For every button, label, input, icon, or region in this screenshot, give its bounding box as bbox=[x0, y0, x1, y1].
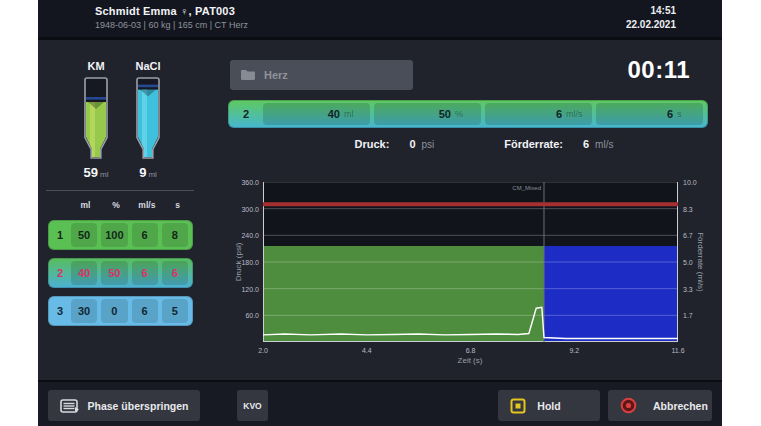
tick-label: 120.0 bbox=[241, 285, 259, 292]
clock-date: 22.02.2021 bbox=[626, 19, 676, 30]
tick-label: 60.0 bbox=[245, 312, 259, 319]
phase-row-2-active[interactable]: 2 40 50 6 6 bbox=[48, 258, 193, 288]
injection-panel: Herz 00:11 2 40ml 50% 6ml/s 6s Druck: 0 … bbox=[228, 40, 710, 380]
skip-phase-icon bbox=[60, 399, 80, 413]
phase-ml: 40 bbox=[71, 261, 97, 285]
col-header-ml: ml bbox=[70, 200, 101, 210]
patient-name: Schmidt Emma ♀, PAT003 bbox=[95, 5, 248, 17]
phase-ml: 30 bbox=[71, 299, 97, 323]
tick-label: 11.6 bbox=[671, 347, 684, 354]
phase-rate: 6 bbox=[132, 223, 158, 247]
flowrate-value: 6 bbox=[583, 138, 589, 150]
supply-panel: KM 59ml NaCl bbox=[38, 40, 228, 380]
skip-phase-label: Phase überspringen bbox=[88, 400, 189, 412]
col-header-sec: s bbox=[162, 200, 193, 210]
phase-sec: 5 bbox=[162, 299, 188, 323]
phase-rate: 6 bbox=[132, 261, 158, 285]
phase-rate: 6 bbox=[132, 299, 158, 323]
active-phase-bar: 2 40ml 50% 6ml/s 6s bbox=[228, 100, 708, 128]
cancel-icon bbox=[620, 397, 637, 414]
y-axis-label-right: Förderrate (ml/s) bbox=[696, 232, 705, 292]
syringe-nacl-volume: 9ml bbox=[118, 165, 178, 180]
syringe-km-unit: ml bbox=[100, 170, 108, 179]
syringe-nacl-label: NaCl bbox=[118, 60, 178, 76]
status-row: Druck: 0 psi Förderrate: 6 ml/s bbox=[228, 138, 710, 150]
hold-button[interactable]: Hold bbox=[498, 390, 600, 421]
phase-sec: 8 bbox=[162, 223, 188, 247]
tick-label: 300.0 bbox=[241, 205, 259, 212]
value: 6 bbox=[667, 108, 673, 120]
phase-sec: 6 bbox=[162, 261, 188, 285]
pressure-unit: psi bbox=[422, 139, 435, 150]
folder-icon bbox=[240, 69, 256, 81]
hold-label: Hold bbox=[498, 400, 600, 412]
phase-pct: 100 bbox=[101, 223, 127, 247]
unit: ml bbox=[344, 109, 362, 119]
chart-canvas: CM_Mixed bbox=[263, 182, 678, 342]
protocol-name: Herz bbox=[264, 69, 288, 81]
clock-time: 14:51 bbox=[626, 5, 676, 16]
footer-bar: Phase überspringen KVO Hold Abbrechen bbox=[38, 380, 722, 426]
chart: CM_Mixed Druck (psi) Förderrate (ml/s) Z… bbox=[228, 168, 710, 373]
active-phase-number: 2 bbox=[231, 108, 261, 120]
tick-label: 6.7 bbox=[683, 231, 693, 238]
active-phase-volume: 40ml bbox=[263, 103, 370, 125]
tick-label: 10.0 bbox=[683, 179, 697, 186]
syringe-nacl-graphic bbox=[133, 76, 163, 164]
tick-label: 240.0 bbox=[241, 232, 259, 239]
syringe-km-graphic bbox=[81, 76, 111, 164]
unit: ml/s bbox=[566, 109, 584, 119]
syringe-km-volume: 59ml bbox=[66, 165, 126, 180]
tick-label: 180.0 bbox=[241, 259, 259, 266]
syringe-km[interactable]: KM 59ml bbox=[66, 60, 126, 180]
x-axis-label: Zeit (s) bbox=[458, 356, 483, 365]
phase-number: 2 bbox=[51, 267, 69, 279]
tick-label: 1.7 bbox=[683, 311, 693, 318]
patient-details: 1948-06-03 | 60 kg | 165 cm | CT Herz bbox=[95, 20, 248, 30]
syringe-nacl-value: 9 bbox=[139, 165, 146, 180]
cancel-button[interactable]: Abbrechen bbox=[608, 390, 712, 421]
kvo-button[interactable]: KVO bbox=[237, 390, 268, 421]
skip-phase-button[interactable]: Phase überspringen bbox=[48, 390, 200, 421]
flowrate-unit: ml/s bbox=[595, 139, 613, 150]
flowrate-label: Förderrate: bbox=[504, 138, 563, 150]
panel-divider bbox=[46, 190, 194, 191]
kvo-label: KVO bbox=[243, 401, 261, 411]
tick-label: 9.2 bbox=[569, 347, 579, 354]
tick-label: 8.3 bbox=[683, 206, 693, 213]
page: Schmidt Emma ♀, PAT003 1948-06-03 | 60 k… bbox=[0, 0, 761, 426]
phase-ml: 50 bbox=[71, 223, 97, 247]
injector-app-window: Schmidt Emma ♀, PAT003 1948-06-03 | 60 k… bbox=[38, 0, 722, 426]
unit: % bbox=[455, 109, 473, 119]
clock: 14:51 22.02.2021 bbox=[626, 5, 676, 30]
patient-header: Schmidt Emma ♀, PAT003 1948-06-03 | 60 k… bbox=[38, 0, 722, 40]
tick-label: 4.4 bbox=[362, 347, 372, 354]
syringe-nacl-unit: ml bbox=[148, 170, 156, 179]
phase-pct: 0 bbox=[101, 299, 127, 323]
flowrate-status: Förderrate: 6 ml/s bbox=[504, 138, 613, 150]
phase-number: 1 bbox=[51, 229, 69, 241]
phase-row-3[interactable]: 3 30 0 6 5 bbox=[48, 296, 193, 326]
phase-table-header: ml % ml/s s bbox=[48, 200, 193, 210]
value: 40 bbox=[328, 108, 340, 120]
syringe-km-label: KM bbox=[66, 60, 126, 76]
protocol-button[interactable]: Herz bbox=[230, 60, 413, 90]
syringe-nacl[interactable]: NaCl 9ml bbox=[118, 60, 178, 180]
phase-row-1[interactable]: 1 50 100 6 8 bbox=[48, 220, 193, 250]
active-phase-percent: 50% bbox=[374, 103, 481, 125]
patient-info: Schmidt Emma ♀, PAT003 1948-06-03 | 60 k… bbox=[95, 5, 248, 30]
active-phase-duration: 6s bbox=[596, 103, 703, 125]
svg-text:CM_Mixed: CM_Mixed bbox=[512, 185, 541, 191]
pressure-status: Druck: 0 psi bbox=[355, 138, 435, 150]
tick-label: 6.8 bbox=[466, 347, 476, 354]
syringe-km-value: 59 bbox=[84, 165, 98, 180]
chart-plot: CM_Mixed bbox=[263, 182, 678, 342]
tick-label: 3.3 bbox=[683, 286, 693, 293]
pressure-value: 0 bbox=[409, 138, 415, 150]
phase-number: 3 bbox=[51, 305, 69, 317]
phase-pct: 50 bbox=[101, 261, 127, 285]
col-header-rate: ml/s bbox=[132, 200, 163, 210]
unit: s bbox=[677, 109, 695, 119]
value: 6 bbox=[556, 108, 562, 120]
tick-label: 2.0 bbox=[258, 347, 268, 354]
